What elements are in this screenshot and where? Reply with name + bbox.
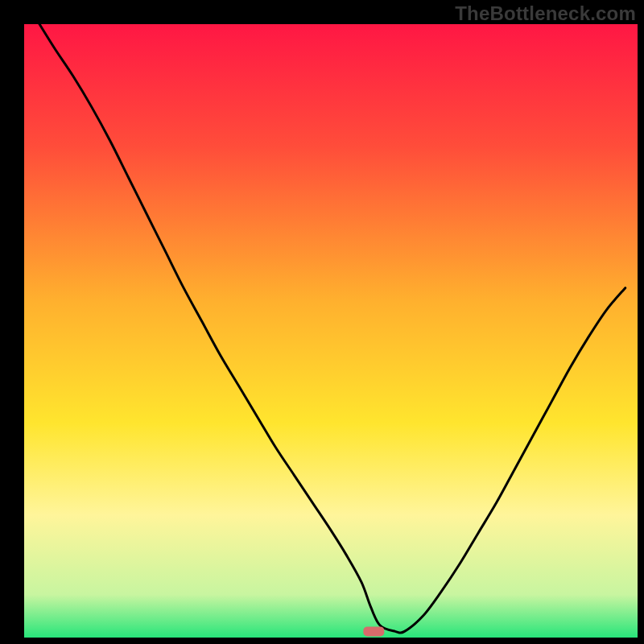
watermark: TheBottleneck.com bbox=[455, 2, 636, 25]
optimal-point-marker bbox=[363, 626, 384, 636]
bottleneck-chart bbox=[0, 0, 644, 644]
plot-background bbox=[24, 24, 638, 638]
chart-frame: TheBottleneck.com bbox=[0, 0, 644, 644]
